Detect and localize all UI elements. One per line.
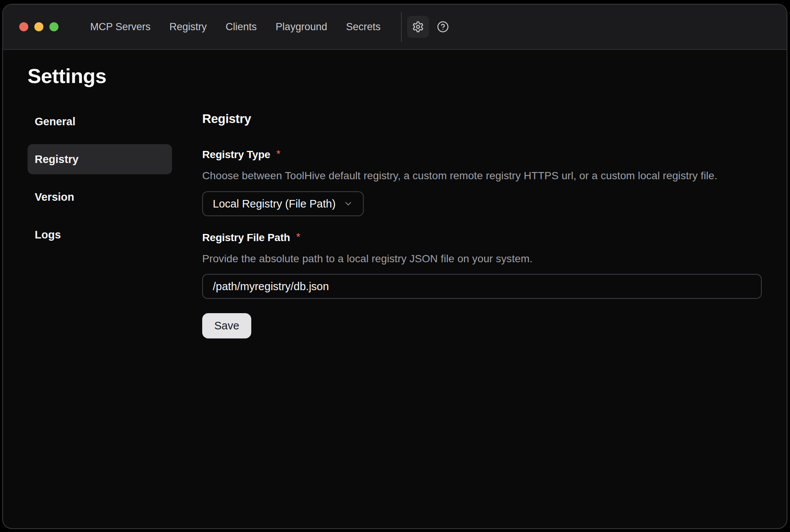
nav-secrets[interactable]: Secrets [346, 21, 381, 33]
window-close-button[interactable] [19, 22, 28, 31]
top-nav: MCP Servers Registry Clients Playground … [90, 21, 381, 33]
nav-registry[interactable]: Registry [169, 21, 207, 33]
nav-mcp-servers[interactable]: MCP Servers [90, 21, 151, 33]
app-window: MCP Servers Registry Clients Playground … [2, 4, 787, 529]
sidebar-item-logs[interactable]: Logs [28, 220, 172, 250]
save-button[interactable]: Save [202, 313, 251, 338]
traffic-lights [19, 22, 58, 31]
settings-button[interactable] [407, 16, 429, 38]
page-title: Settings [28, 64, 787, 88]
registry-type-label: Registry Type [202, 149, 271, 161]
registry-type-select[interactable]: Local Registry (File Path) [202, 191, 364, 216]
window-zoom-button[interactable] [49, 22, 58, 31]
settings-sidebar: General Registry Version Logs [28, 106, 172, 338]
sidebar-item-version[interactable]: Version [28, 182, 172, 212]
registry-file-path-input[interactable] [202, 274, 762, 299]
chevron-down-icon [343, 199, 353, 209]
required-asterisk: * [277, 148, 281, 160]
nav-divider [401, 12, 402, 42]
nav-playground[interactable]: Playground [276, 21, 327, 33]
gear-icon [412, 21, 424, 33]
nav-clients[interactable]: Clients [226, 21, 257, 33]
registry-type-selected-value: Local Registry (File Path) [213, 198, 336, 210]
window-minimize-button[interactable] [34, 22, 43, 31]
registry-file-path-label: Registry File Path [202, 232, 290, 244]
required-asterisk: * [296, 231, 300, 243]
sidebar-item-registry[interactable]: Registry [28, 144, 172, 174]
sidebar-item-general[interactable]: General [28, 106, 172, 137]
help-button[interactable] [432, 16, 454, 38]
help-icon [437, 21, 449, 33]
registry-type-description: Choose between ToolHive default registry… [202, 170, 762, 182]
registry-file-path-description: Provide the absolute path to a local reg… [202, 253, 762, 265]
titlebar: MCP Servers Registry Clients Playground … [3, 5, 787, 50]
registry-settings-panel: Registry Registry Type * Choose between … [202, 106, 787, 338]
section-title: Registry [202, 112, 762, 126]
settings-page: Settings General Registry Version Logs R… [3, 50, 787, 528]
